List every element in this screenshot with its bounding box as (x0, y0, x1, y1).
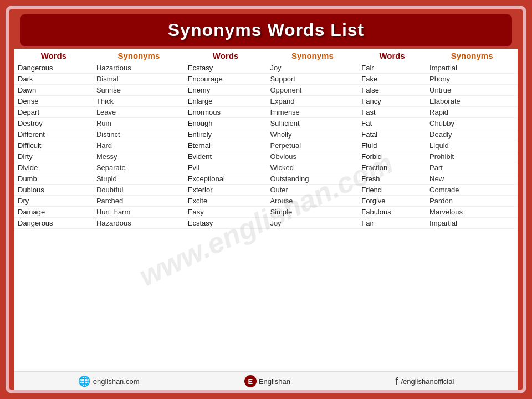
footer-social: f /englishanofficial (395, 376, 454, 387)
cell-9-2: Evil (185, 162, 267, 173)
footer: 🌐 englishan.com E Englishan f /englishan… (14, 371, 518, 390)
cell-10-5: New (426, 173, 518, 185)
cell-1-4: Fake (358, 74, 426, 85)
footer-brand: E Englishan (244, 375, 290, 387)
cell-11-5: Comrade (426, 185, 518, 196)
cell-14-5: Impartial (426, 218, 518, 229)
header-words-1: Words (14, 49, 93, 63)
cell-10-1: Stupid (93, 173, 185, 185)
cell-10-4: Fresh (358, 173, 426, 185)
cell-0-2: Ecstasy (185, 63, 267, 74)
cell-11-1: Doubtful (93, 185, 185, 196)
cell-11-3: Outer (267, 185, 358, 196)
cell-1-1: Dismal (93, 74, 185, 85)
cell-6-2: Entirely (185, 129, 267, 140)
table-row: DifficultHardEternalPerpetualFluidLiquid (14, 140, 518, 151)
cell-4-2: Enormous (185, 107, 267, 118)
cell-14-1: Hazardous (93, 218, 185, 229)
cell-12-2: Excite (185, 196, 267, 207)
cell-9-5: Part (426, 162, 518, 173)
table-body: DangerousHazardousEcstasyJoyFairImpartia… (14, 63, 518, 229)
cell-12-0: Dry (14, 196, 93, 207)
cell-10-0: Dumb (14, 173, 93, 185)
table-row: DestroyRuinEnoughSufficientFatChubby (14, 118, 518, 129)
cell-12-5: Pardon (426, 196, 518, 207)
cell-5-1: Ruin (93, 118, 185, 129)
cell-3-0: Dense (14, 96, 93, 107)
cell-2-2: Enemy (185, 85, 267, 96)
cell-7-3: Perpetual (267, 140, 358, 151)
cell-2-4: False (358, 85, 426, 96)
table-row: DamageHurt, harmEasySimpleFabulousMarvel… (14, 207, 518, 218)
cell-2-1: Sunrise (93, 85, 185, 96)
cell-13-4: Fabulous (358, 207, 426, 218)
cell-14-4: Fair (358, 218, 426, 229)
page-title: Synonyms Words List (20, 20, 512, 40)
header-synonyms-2: Synonyms (267, 49, 358, 63)
cell-12-3: Arouse (267, 196, 358, 207)
table-row: DangerousHazardousEcstasyJoyFairImpartia… (14, 63, 518, 74)
cell-2-5: Untrue (426, 85, 518, 96)
cell-3-5: Elaborate (426, 96, 518, 107)
cell-0-5: Impartial (426, 63, 518, 74)
cell-7-1: Hard (93, 140, 185, 151)
cell-4-1: Leave (93, 107, 185, 118)
cell-11-2: Exterior (185, 185, 267, 196)
cell-4-0: Depart (14, 107, 93, 118)
cell-4-4: Fast (358, 107, 426, 118)
cell-13-3: Simple (267, 207, 358, 218)
cell-5-0: Destroy (14, 118, 93, 129)
cell-11-4: Friend (358, 185, 426, 196)
table-header-row: Words Synonyms Words Synonyms Words Syno… (14, 49, 518, 63)
table-row: DivideSeparateEvilWickedFractionPart (14, 162, 518, 173)
cell-7-2: Eternal (185, 140, 267, 151)
cell-14-0: Dangerous (14, 218, 93, 229)
cell-11-0: Dubious (14, 185, 93, 196)
cell-6-4: Fatal (358, 129, 426, 140)
header-synonyms-3: Synonyms (426, 49, 518, 63)
cell-13-2: Easy (185, 207, 267, 218)
cell-8-1: Messy (93, 151, 185, 162)
brand-logo: E (244, 375, 257, 387)
cell-1-0: Dark (14, 74, 93, 85)
cell-9-3: Wicked (267, 162, 358, 173)
header-words-3: Words (358, 49, 426, 63)
cell-1-2: Encourage (185, 74, 267, 85)
table-row: DarkDismalEncourageSupportFakePhony (14, 74, 518, 85)
table-row: DryParchedExciteArouseForgivePardon (14, 196, 518, 207)
header-synonyms-1: Synonyms (93, 49, 185, 63)
table-row: DubiousDoubtfulExteriorOuterFriendComrad… (14, 185, 518, 196)
table-row: DumbStupidExceptionalOutstandingFreshNew (14, 173, 518, 185)
cell-12-1: Parched (93, 196, 185, 207)
cell-7-4: Fluid (358, 140, 426, 151)
cell-10-2: Exceptional (185, 173, 267, 185)
footer-brand-text: Englishan (259, 377, 290, 386)
cell-3-4: Fancy (358, 96, 426, 107)
cell-2-3: Opponent (267, 85, 358, 96)
cell-8-4: Forbid (358, 151, 426, 162)
cell-14-3: Joy (267, 218, 358, 229)
cell-7-5: Liquid (426, 140, 518, 151)
cell-8-5: Prohibit (426, 151, 518, 162)
cell-3-1: Thick (93, 96, 185, 107)
cell-1-3: Support (267, 74, 358, 85)
cell-0-3: Joy (267, 63, 358, 74)
table-container: Words Synonyms Words Synonyms Words Syno… (14, 49, 518, 371)
cell-6-0: Different (14, 129, 93, 140)
cell-6-5: Deadly (426, 129, 518, 140)
table-row: DenseThickEnlargeExpandFancyElaborate (14, 96, 518, 107)
cell-5-2: Enough (185, 118, 267, 129)
cell-6-1: Distinct (93, 129, 185, 140)
cell-6-3: Wholly (267, 129, 358, 140)
cell-0-0: Dangerous (14, 63, 93, 74)
footer-website: 🌐 englishan.com (78, 375, 140, 387)
cell-5-4: Fat (358, 118, 426, 129)
cell-12-4: Forgive (358, 196, 426, 207)
cell-0-1: Hazardous (93, 63, 185, 74)
cell-9-4: Fraction (358, 162, 426, 173)
footer-social-text: /englishanofficial (401, 377, 454, 386)
cell-4-3: Immense (267, 107, 358, 118)
title-bar: Synonyms Words List (20, 14, 512, 46)
cell-5-3: Sufficient (267, 118, 358, 129)
facebook-icon: f (395, 376, 398, 387)
